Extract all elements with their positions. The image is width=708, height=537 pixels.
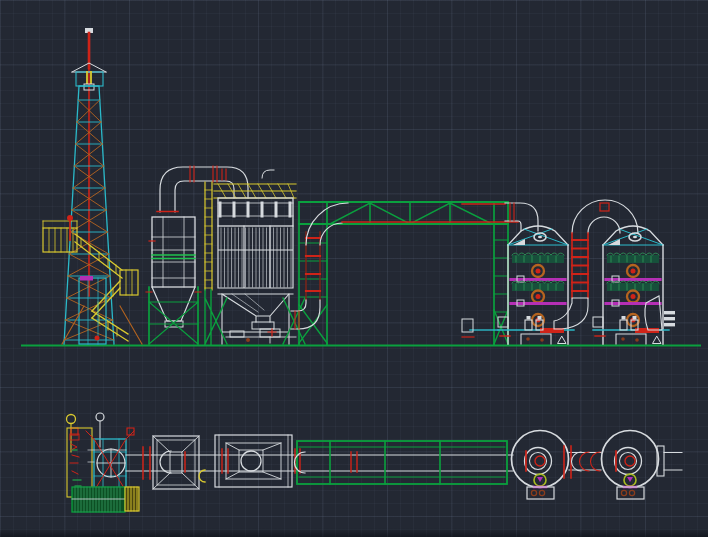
outlet-stub-walls [664,453,682,471]
landing-marker [80,276,93,281]
stair-flight-1 [75,234,122,278]
drawing [0,0,708,537]
box2-corner-lines [226,443,281,479]
fan1-bolt-1 [531,490,536,495]
fan1-hub [535,456,545,466]
interconnect-arcs-red [580,452,601,471]
anchor-point [95,336,100,341]
stair-hatch [72,487,139,512]
plan-duct-run [126,447,513,479]
duct-support-truss [291,202,518,345]
fan1-inlet-ring-inner [530,453,547,470]
outlet-transition [645,296,662,330]
transition-box-2 [215,435,292,487]
box2-inner [226,443,281,479]
expansion-joint-arc [199,470,205,482]
riser-duct-flanges [306,238,320,291]
fan1-inlet-ring [525,448,552,475]
truss-web [330,203,492,224]
fan2-bolt-1 [621,490,626,495]
inlet-duct [157,166,274,212]
right-column-rungs [494,240,508,312]
fan1-drive-arrow [537,477,543,482]
stack-foundation-cluster [67,413,140,512]
louver-blade-2 [664,317,675,320]
access-stairs [43,215,142,344]
discharge-box [260,329,280,337]
hopper [218,294,293,322]
rotary-valve [252,322,274,329]
platform-b [120,270,138,295]
vessel-level-band [152,255,195,259]
scrubber-tower-1 [498,226,574,344]
elevation-view [22,28,700,346]
vessel-leg-bracing [149,302,198,344]
box2-port [241,451,261,471]
quench-vessel [146,217,201,344]
downcomer-flanges [572,240,588,291]
plenum-posts [220,203,290,216]
plenum-bands [218,203,293,216]
left-column-bracing [299,305,327,343]
plan-outlet-stub [657,446,682,476]
box2-throat [239,450,263,472]
fan2-bolt-2 [629,490,634,495]
crossover-arch [572,200,638,233]
plan-view [67,413,683,512]
platform-b-grating [126,270,132,295]
riser-duct-walls [306,232,320,300]
baghouse-filter [205,182,305,345]
louver-blade-1 [664,311,675,314]
plan-interconnect [564,446,601,478]
duct-run-walls [126,455,513,471]
fan-scroll-1 [512,431,569,500]
filter-bags [221,228,291,287]
casing-frame [218,226,293,288]
fan2-hub [625,456,635,466]
cage-ladder-rungs [205,190,212,288]
box1-arc [160,451,171,473]
survey-marker-1 [67,415,76,424]
duct-run-flange-1 [143,447,150,479]
fan1-bolt-2 [539,490,544,495]
discharge-mark [268,329,276,336]
inlet-elbow-flange [510,203,514,221]
fan2-inlet-ring-inner [620,453,637,470]
fan-scroll-2 [602,431,659,500]
fan2-drive-arrow [627,477,633,482]
duct-truss-plan [295,441,508,484]
conveyor-fitting [246,338,250,342]
stack-brace-diagonals [86,431,134,491]
survey-marker-2 [96,413,104,421]
vessel-cone [152,287,195,321]
cage-ladder [205,182,212,290]
transition-box-1 [153,436,199,489]
fan2-inlet-ring [615,448,642,475]
arch-flange [600,203,609,211]
clean-air-plenum [218,198,293,226]
box1-inner [157,440,195,485]
platform-a-railing [43,221,77,228]
louver-blade-3 [664,323,675,326]
inlet-duct-branch [262,170,274,178]
cad-canvas[interactable] [0,0,708,537]
inlet-duct-flanges [190,166,226,182]
box2-flange [222,449,228,473]
vessel-shell [152,217,195,287]
vessel-panels [152,217,195,287]
outlet-louver [664,311,675,326]
left-column-rungs [299,243,327,297]
scrubber-tower-2 [593,226,669,344]
